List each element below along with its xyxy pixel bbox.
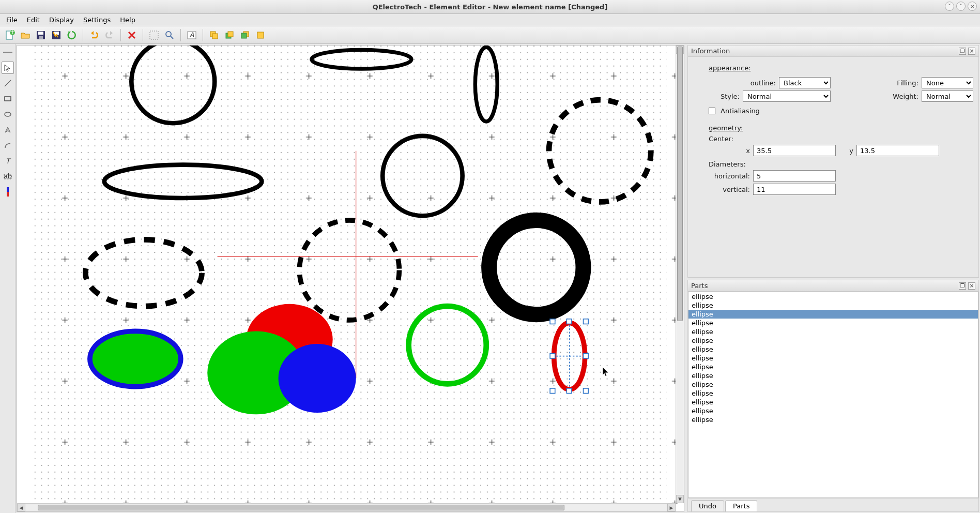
toolbar-copy-icon[interactable]	[207, 28, 221, 42]
parts-list-item[interactable]: ellipse	[688, 345, 978, 354]
svg-rect-61	[584, 388, 589, 394]
parts-list-item[interactable]: ellipse	[688, 406, 978, 415]
svg-rect-19	[257, 32, 264, 38]
tab-parts[interactable]: Parts	[725, 500, 757, 511]
parts-list-item[interactable]: ellipse	[688, 398, 978, 406]
parts-list-item[interactable]: ellipse	[688, 319, 978, 327]
canvas[interactable]: ▲ ▼ ◀ ▶	[17, 45, 684, 512]
parts-list-item[interactable]: ellipse	[688, 292, 978, 301]
svg-rect-54	[550, 319, 555, 324]
svg-point-23	[5, 112, 11, 116]
center-y-input[interactable]	[856, 145, 939, 156]
geometry-section-label: geometry:	[709, 124, 973, 132]
x-label: x	[709, 147, 750, 155]
panel-undock-button[interactable]: ❐	[959, 282, 966, 290]
parts-list-item[interactable]: ellipse	[688, 415, 978, 424]
tool-rectangle-icon[interactable]	[2, 93, 14, 105]
toolbar-new-icon[interactable]: +	[3, 28, 17, 42]
svg-rect-18	[241, 33, 247, 38]
tool-polygon-icon[interactable]	[2, 124, 14, 136]
svg-rect-5	[39, 36, 43, 39]
vertical-input[interactable]	[753, 184, 836, 195]
tool-terminal-icon[interactable]	[2, 186, 14, 198]
parts-list-item[interactable]: ellipse	[688, 327, 978, 336]
toolbar-redo-icon[interactable]	[103, 28, 116, 42]
style-select[interactable]: Normal	[743, 90, 831, 102]
toolbar-undo-icon[interactable]	[87, 28, 101, 42]
panel-undock-button[interactable]: ❐	[959, 48, 966, 55]
tool-ellipse-icon[interactable]	[2, 108, 14, 120]
svg-rect-27	[7, 187, 9, 192]
center-x-input[interactable]	[753, 145, 836, 156]
tool-line-icon[interactable]	[2, 77, 14, 89]
outline-select[interactable]: Black	[779, 77, 831, 88]
canvas-scrollbar-horizontal[interactable]: ◀ ▶	[17, 503, 676, 511]
menu-help[interactable]: Help	[116, 15, 140, 25]
window-close-button[interactable]: ×	[968, 2, 977, 11]
antialias-checkbox[interactable]	[709, 108, 715, 114]
parts-list-item[interactable]: ellipse	[688, 336, 978, 345]
parts-list-item[interactable]: ellipse	[688, 310, 978, 319]
parts-list-item[interactable]: ellipse	[688, 380, 978, 389]
svg-line-10	[171, 36, 173, 39]
window-titlebar: QElectroTech - Element Editor - New elem…	[0, 0, 980, 14]
parts-list-item[interactable]: ellipse	[688, 371, 978, 380]
appearance-section-label: appearance:	[709, 64, 973, 72]
toolbar-bring-forward-icon[interactable]	[223, 28, 236, 42]
panel-close-button[interactable]: ×	[968, 48, 975, 55]
svg-rect-8	[150, 31, 158, 39]
menubar: File Edit Display Settings Help	[0, 14, 980, 26]
toolbar-send-backward-icon[interactable]	[238, 28, 252, 42]
parts-list-item[interactable]: ellipse	[688, 354, 978, 363]
diameters-label: Diameters:	[709, 160, 973, 168]
toolbar-zoom-icon[interactable]	[163, 28, 176, 42]
tab-undo[interactable]: Undo	[691, 500, 724, 511]
window-maximize-button[interactable]: ˄	[956, 2, 966, 11]
parts-list-item[interactable]: ellipse	[688, 301, 978, 310]
tool-strip: T ab	[0, 44, 16, 513]
filling-select[interactable]: None	[922, 77, 973, 88]
canvas-area: ▲ ▼ ◀ ▶	[16, 44, 685, 513]
panel-close-button[interactable]: ×	[968, 282, 975, 290]
parts-list[interactable]: ellipseellipseellipseellipseellipseellip…	[688, 292, 978, 498]
filling-label: Filling:	[882, 79, 918, 87]
svg-rect-56	[584, 319, 589, 324]
svg-line-21	[5, 80, 11, 86]
svg-point-49	[279, 344, 356, 413]
menu-edit[interactable]: Edit	[23, 15, 44, 25]
tool-textfield-icon[interactable]: ab	[2, 170, 14, 183]
horizontal-input[interactable]	[753, 170, 836, 182]
canvas-scrollbar-vertical[interactable]: ▲ ▼	[676, 46, 684, 503]
parts-list-item[interactable]: ellipse	[688, 389, 978, 398]
toolbar-save-icon[interactable]	[34, 28, 48, 42]
weight-select[interactable]: Normal	[922, 90, 973, 102]
menu-display[interactable]: Display	[45, 15, 78, 25]
tool-select-icon[interactable]	[2, 62, 14, 74]
toolbar-saveas-icon[interactable]	[50, 28, 63, 42]
parts-list-item[interactable]: ellipse	[688, 363, 978, 371]
tool-arc-icon[interactable]	[2, 139, 14, 152]
toolbar-open-icon[interactable]	[19, 28, 32, 42]
menu-file[interactable]: File	[2, 15, 22, 25]
vertical-label: vertical:	[709, 186, 750, 193]
window-minimize-button[interactable]: ˅	[945, 2, 954, 11]
parts-tabbar: Undo Parts	[688, 498, 978, 511]
svg-point-46	[90, 331, 181, 386]
weight-label: Weight:	[882, 93, 918, 100]
toolbar-select-all-icon[interactable]	[147, 28, 161, 42]
toolbar-back-icon[interactable]	[254, 28, 267, 42]
svg-text:ab: ab	[4, 172, 12, 180]
svg-rect-55	[566, 319, 572, 324]
svg-rect-22	[5, 97, 11, 101]
svg-rect-60	[566, 388, 572, 394]
horizontal-label: horizontal:	[709, 172, 750, 180]
outline-label: outline:	[729, 79, 776, 87]
menu-settings[interactable]: Settings	[79, 15, 115, 25]
toolbar-names-icon[interactable]: A	[185, 28, 198, 42]
tool-text-icon[interactable]: T	[2, 155, 14, 167]
information-panel: Information ❐ × appearance: outline: Bla…	[687, 45, 979, 278]
toolbar-delete-icon[interactable]	[125, 28, 139, 42]
toolbar-reload-icon[interactable]	[65, 28, 79, 42]
parts-panel-title: Parts	[691, 282, 708, 290]
tool-handle-icon[interactable]	[2, 46, 14, 58]
